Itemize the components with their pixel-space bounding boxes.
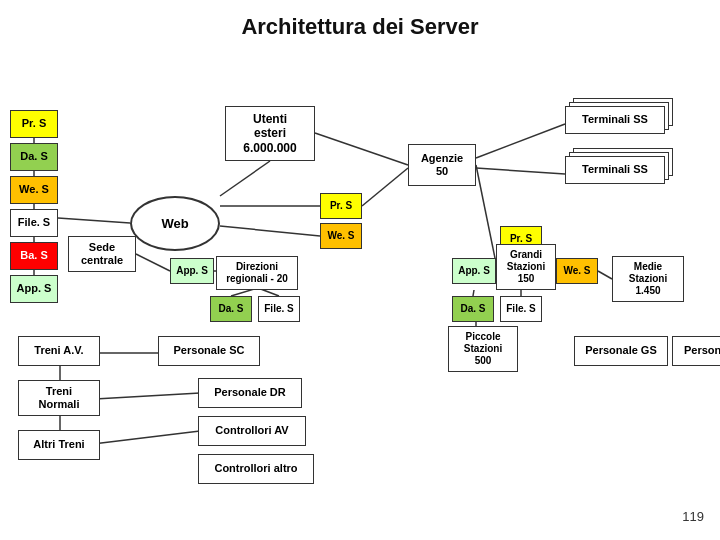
sidebar-wes: We. S [10, 176, 58, 204]
svg-line-1 [58, 218, 130, 223]
grandi-stazioni: Grandi Stazioni 150 [496, 244, 556, 290]
svg-line-5 [220, 226, 320, 236]
altri-treni: Altri Treni [18, 430, 100, 460]
personale-sc: Personale SC [158, 336, 260, 366]
controllori-altro: Controllori altro [198, 454, 314, 484]
direzioni-label: Direzioni regionali - 20 [216, 256, 298, 290]
personale-dr: Personale DR [198, 378, 302, 408]
personale-ms: Personale MS [672, 336, 720, 366]
diagram-area: Pr. S Da. S We. S File. S Ba. S App. S U… [0, 48, 720, 528]
svg-line-10 [136, 254, 170, 271]
prs-web: Pr. S [320, 193, 362, 219]
sidebar-prs: Pr. S [10, 110, 58, 138]
apps-direzioni: App. S [170, 258, 214, 284]
wes-grandi: We. S [556, 258, 598, 284]
page-title: Architettura dei Server [0, 0, 720, 48]
sede-centrale: Sede centrale [68, 236, 136, 272]
treni-av: Treni A.V. [18, 336, 100, 366]
personale-gs: Personale GS [574, 336, 668, 366]
utenti-esterni: Utenti esteri 6.000.000 [225, 106, 315, 161]
files-direzioni: File. S [258, 296, 300, 322]
medie-stazioni: Medie Stazioni 1.450 [612, 256, 684, 302]
svg-line-17 [598, 271, 612, 279]
page-number: 119 [682, 509, 704, 524]
sidebar-bas: Ba. S [10, 242, 58, 270]
agenzie-50: Agenzie 50 [408, 144, 476, 186]
web-ellipse: Web [130, 196, 220, 251]
svg-line-2 [220, 161, 270, 196]
wes-web: We. S [320, 223, 362, 249]
terminali-ss-1: Terminali SS [565, 106, 665, 134]
das-direzioni: Da. S [210, 296, 252, 322]
svg-line-8 [476, 165, 496, 263]
svg-line-7 [476, 168, 565, 174]
terminali-ss-2: Terminali SS [565, 156, 665, 184]
files-grandi: File. S [500, 296, 542, 322]
svg-line-6 [476, 124, 565, 158]
piccole-stazioni: Piccole Stazioni 500 [448, 326, 518, 372]
svg-line-9 [362, 168, 408, 206]
sidebar-files: File. S [10, 209, 58, 237]
treni-normali: Treni Normali [18, 380, 100, 416]
svg-line-3 [315, 133, 408, 165]
sidebar-apps: App. S [10, 275, 58, 303]
controllori-av: Controllori AV [198, 416, 306, 446]
sidebar-das: Da. S [10, 143, 58, 171]
apps-grandi: App. S [452, 258, 496, 284]
das-grandi: Da. S [452, 296, 494, 322]
